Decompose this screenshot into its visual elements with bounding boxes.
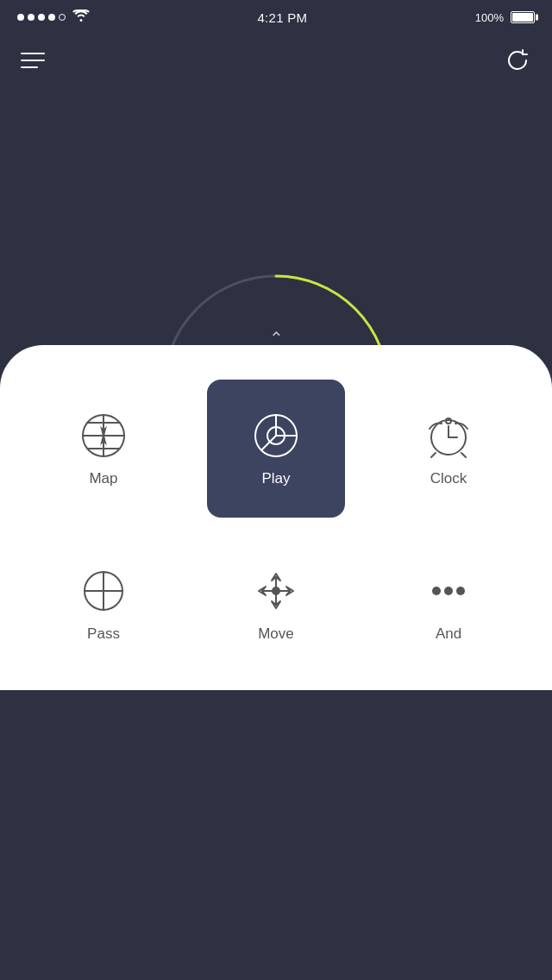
nav-item-pass[interactable]: Pass bbox=[34, 535, 172, 673]
wifi-icon bbox=[72, 9, 90, 25]
svg-point-13 bbox=[273, 587, 279, 594]
svg-line-10 bbox=[431, 453, 436, 457]
battery-percent: 100% bbox=[475, 11, 504, 24]
status-left bbox=[17, 9, 90, 25]
signal-dot-2 bbox=[28, 14, 34, 21]
nav-item-and-label: And bbox=[436, 625, 461, 643]
status-right: 100% bbox=[475, 11, 535, 24]
hamburger-line-2 bbox=[21, 60, 45, 61]
signal-dot-5 bbox=[59, 14, 66, 21]
menu-button[interactable] bbox=[21, 53, 45, 68]
svg-point-19 bbox=[444, 587, 453, 595]
nav-item-clock[interactable]: Clock bbox=[380, 380, 518, 518]
nav-item-clock-label: Clock bbox=[430, 470, 467, 487]
bottom-nav: Map Play bbox=[0, 362, 552, 690]
nav-row-1: Map Play bbox=[0, 371, 552, 526]
nav-item-pass-label: Pass bbox=[87, 625, 120, 643]
nav-item-move[interactable]: Move bbox=[207, 535, 345, 673]
refresh-button[interactable] bbox=[504, 47, 531, 74]
nav-item-play-label: Play bbox=[261, 470, 290, 487]
signal-dot-3 bbox=[38, 14, 45, 21]
status-time: 4:21 PM bbox=[257, 10, 307, 25]
signal-dot-1 bbox=[17, 14, 24, 21]
svg-line-11 bbox=[461, 453, 466, 457]
status-bar: 4:21 PM 100% bbox=[0, 0, 552, 35]
pass-icon bbox=[78, 565, 129, 617]
and-icon bbox=[423, 565, 474, 617]
map-icon bbox=[78, 410, 129, 462]
svg-point-18 bbox=[432, 587, 441, 595]
nav-item-play[interactable]: Play bbox=[207, 380, 345, 518]
nav-item-and[interactable]: And bbox=[380, 535, 518, 673]
main-area: 25% ⌃ bbox=[0, 35, 552, 690]
svg-point-20 bbox=[456, 587, 465, 595]
move-icon bbox=[250, 565, 302, 617]
battery-icon bbox=[511, 11, 535, 23]
hamburger-line-1 bbox=[21, 53, 45, 54]
signal-dot-4 bbox=[48, 14, 55, 21]
nav-item-map-label: Map bbox=[89, 470, 117, 487]
nav-item-move-label: Move bbox=[258, 625, 294, 643]
bottom-panel-container: ⌃ bbox=[0, 328, 552, 690]
play-icon bbox=[250, 410, 302, 462]
clock-icon bbox=[423, 410, 474, 462]
hamburger-line-3 bbox=[21, 66, 38, 68]
nav-item-map[interactable]: Map bbox=[34, 380, 172, 518]
chevron-up[interactable]: ⌃ bbox=[269, 328, 284, 349]
top-bar bbox=[0, 35, 552, 86]
signal-dots bbox=[17, 14, 66, 21]
nav-row-2: Pass bbox=[0, 526, 552, 682]
